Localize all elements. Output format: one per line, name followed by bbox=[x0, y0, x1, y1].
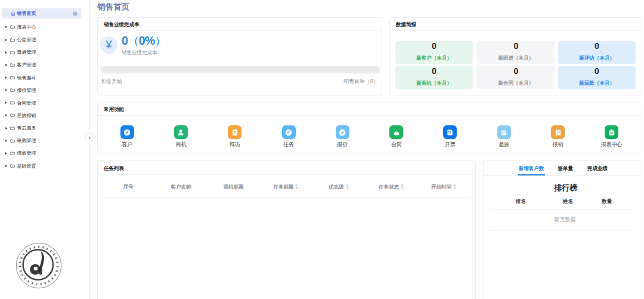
svg-text:¥: ¥ bbox=[341, 130, 344, 135]
